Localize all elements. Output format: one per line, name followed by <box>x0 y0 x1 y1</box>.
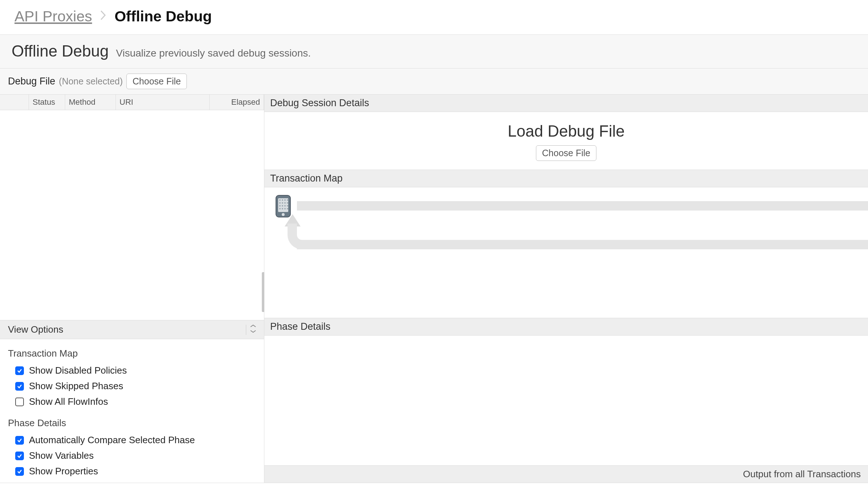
page-title: Offline Debug <box>12 42 109 60</box>
vo-section-transaction-map: Transaction Map <box>8 348 256 359</box>
vo-option[interactable]: Automatically Compare Selected Phase <box>8 432 256 448</box>
view-options: View Options Transaction Map Show Disabl… <box>0 320 264 483</box>
vo-option-label: Show All FlowInfos <box>29 396 108 407</box>
flow-bar-response <box>297 240 868 249</box>
view-options-title: View Options <box>8 324 63 335</box>
tx-col-status[interactable]: Status <box>29 95 65 110</box>
debug-file-none: (None selected) <box>59 76 123 87</box>
debug-file-row: Debug File (None selected) Choose File <box>0 68 868 95</box>
debug-file-label: Debug File <box>8 76 55 87</box>
view-options-body: Transaction Map Show Disabled Policies S… <box>0 339 264 483</box>
svg-point-6 <box>279 202 281 204</box>
svg-point-8 <box>284 202 286 204</box>
checkbox-icon[interactable] <box>15 452 24 460</box>
main: Status Method URI Elapsed View Options T… <box>0 95 868 483</box>
svg-point-12 <box>284 205 286 207</box>
svg-point-3 <box>282 199 283 201</box>
section-transaction-map: Transaction Map <box>264 170 868 187</box>
tx-table-body <box>0 110 264 320</box>
vo-option-label: Show Properties <box>29 466 98 477</box>
expand-collapse-icon[interactable] <box>246 325 256 335</box>
choose-file-button-main[interactable]: Choose File <box>536 145 596 161</box>
svg-point-2 <box>279 199 281 201</box>
page-subtitle: Visualize previously saved debug session… <box>116 47 311 59</box>
load-debug-file-area: Load Debug File Choose File <box>264 112 868 170</box>
svg-point-7 <box>282 202 283 204</box>
vo-option[interactable]: Show Properties <box>8 463 256 479</box>
tx-table-header: Status Method URI Elapsed <box>0 95 264 110</box>
chevron-right-icon <box>100 10 106 23</box>
checkbox-icon[interactable] <box>15 467 24 476</box>
vo-option[interactable]: Show Disabled Policies <box>8 363 256 378</box>
svg-point-18 <box>282 213 285 216</box>
vo-option-label: Show Variables <box>29 450 94 461</box>
section-phase-details: Phase Details <box>264 318 868 336</box>
vo-option[interactable]: Show Variables <box>8 448 256 463</box>
flow-bar-request <box>297 201 868 211</box>
tx-col-method[interactable]: Method <box>65 95 116 110</box>
svg-point-10 <box>279 205 281 207</box>
svg-point-16 <box>284 208 286 209</box>
checkbox-icon[interactable] <box>15 366 24 375</box>
svg-point-15 <box>282 208 283 209</box>
right-panel: Debug Session Details Load Debug File Ch… <box>264 95 868 483</box>
checkbox-icon[interactable] <box>15 398 24 406</box>
choose-file-button[interactable]: Choose File <box>126 74 187 89</box>
svg-point-17 <box>287 208 288 209</box>
section-debug-session-details: Debug Session Details <box>264 95 868 112</box>
vo-option-label: Automatically Compare Selected Phase <box>29 434 195 446</box>
vo-option[interactable]: Show Skipped Phases <box>8 378 256 394</box>
checkbox-icon[interactable] <box>15 436 24 445</box>
breadcrumb: API Proxies Offline Debug <box>0 0 868 35</box>
svg-point-11 <box>282 205 283 207</box>
output-footer[interactable]: Output from all Transactions <box>264 465 868 483</box>
vo-option[interactable]: Show All FlowInfos <box>8 394 256 409</box>
breadcrumb-current: Offline Debug <box>114 8 212 25</box>
title-bar: Offline Debug Visualize previously saved… <box>0 35 868 68</box>
vo-section-phase-details: Phase Details <box>8 417 256 429</box>
svg-point-9 <box>287 202 288 204</box>
tx-col-uri[interactable]: URI <box>116 95 210 110</box>
tx-col-blank <box>0 95 29 110</box>
left-panel: Status Method URI Elapsed View Options T… <box>0 95 264 483</box>
vo-option-label: Show Disabled Policies <box>29 365 127 376</box>
tx-col-elapsed[interactable]: Elapsed <box>210 95 264 110</box>
vo-option-label: Show Skipped Phases <box>29 381 123 392</box>
phase-details-body <box>264 336 868 465</box>
view-options-header[interactable]: View Options <box>0 320 264 339</box>
svg-point-5 <box>287 199 288 201</box>
svg-point-4 <box>284 199 286 201</box>
breadcrumb-api-proxies[interactable]: API Proxies <box>14 8 92 25</box>
load-debug-file-heading: Load Debug File <box>264 122 868 140</box>
checkbox-icon[interactable] <box>15 382 24 391</box>
transaction-map-body <box>264 187 868 318</box>
svg-point-13 <box>287 205 288 207</box>
svg-point-14 <box>279 208 281 209</box>
